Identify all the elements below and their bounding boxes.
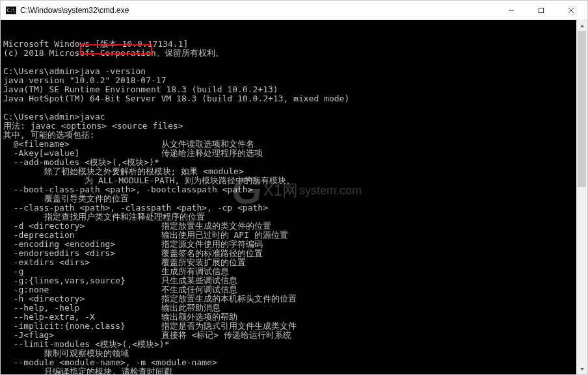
svg-marker-4 [580, 25, 584, 27]
terminal-line: @<filename> 从文件读取选项和文件名 [3, 140, 574, 149]
terminal-output[interactable]: Microsoft Windows [版本 10.0.17134.1](c) 2… [1, 20, 576, 374]
terminal-line: -g:{lines,vars,source} 只生成某些调试信息 [3, 276, 574, 285]
terminal-line: -implicit:{none,class} 指定是否为隐式引用文件生成类文件 [3, 322, 574, 331]
scroll-down-button[interactable] [576, 363, 587, 374]
svg-rect-1 [539, 8, 544, 12]
terminal-line: 只编译指定的模块, 请检查时间戳 [3, 367, 574, 374]
terminal-line: -g:none 不生成任何调试信息 [3, 285, 574, 294]
terminal-line: C:\Users\admin>java -version [3, 67, 574, 76]
terminal-line: 除了初始模块之外要解析的根模块; 如果 <module> [3, 167, 574, 176]
scrollbar-thumb[interactable] [578, 31, 586, 187]
terminal-line [3, 103, 574, 112]
terminal-line: C:\Users\admin>javac [3, 112, 574, 122]
terminal-line: -Akey[=value] 传递给注释处理程序的选项 [3, 149, 574, 158]
terminal-line: --help, -help 输出此帮助消息 [3, 304, 574, 313]
vertical-scrollbar[interactable] [576, 20, 587, 374]
terminal-line: --module <module-name>, -m <module-name> [3, 358, 574, 367]
terminal-line: --class-path <path>, -classpath <path>, … [3, 203, 574, 213]
terminal-line: 用法: javac <options> <source files> [3, 122, 574, 131]
minimize-button[interactable] [496, 1, 526, 19]
chevron-down-icon [580, 367, 585, 372]
terminal-line: Java(TM) SE Runtime Environment 18.3 (bu… [3, 85, 574, 94]
scrollbar-track[interactable] [576, 31, 587, 363]
terminal-line: --limit-modules <模块>(,<模块>)* [3, 340, 574, 349]
cmd-icon: C:\ [6, 6, 16, 14]
terminal-line: Microsoft Windows [版本 10.0.17134.1] [3, 40, 574, 49]
terminal-line: java version "10.0.2" 2018-07-17 [3, 76, 574, 85]
terminal-line: 指定查找用户类文件和注释处理程序的位置 [3, 213, 574, 222]
window-title: C:\Windows\system32\cmd.exe [20, 6, 496, 15]
titlebar[interactable]: C:\ C:\Windows\system32\cmd.exe [1, 1, 587, 20]
maximize-button[interactable] [526, 1, 556, 19]
terminal-line: --help-extra, -X 输出额外选项的帮助 [3, 313, 574, 322]
terminal-line: -endorseddirs <dirs> 覆盖签名的标准路径的位置 [3, 249, 574, 258]
close-icon [568, 7, 574, 14]
window-controls [496, 1, 586, 19]
terminal-line: 其中, 可能的选项包括: [3, 131, 574, 140]
terminal-line: Java HotSpot(TM) 64-Bit Server VM 18.3 (… [3, 94, 574, 103]
minimize-icon [508, 7, 514, 14]
scroll-up-button[interactable] [576, 20, 587, 31]
terminal-line: -g 生成所有调试信息 [3, 267, 574, 276]
terminal-line: -d <directory> 指定放置生成的类文件的位置 [3, 222, 574, 231]
terminal-line: -extdirs <dirs> 覆盖所安装扩展的位置 [3, 258, 574, 267]
cmd-window: C:\ C:\Windows\system32\cmd.exe Microsof… [0, 0, 588, 375]
terminal-line: -encoding <encoding> 指定源文件使用的字符编码 [3, 240, 574, 249]
maximize-icon [538, 7, 544, 14]
terminal-line: 覆盖引导类文件的位置 [3, 194, 574, 203]
terminal-line: -J<flag> 直接将 <标记> 传递给运行时系统 [3, 331, 574, 340]
chevron-up-icon [580, 23, 585, 29]
terminal-line: 为 ALL-MODULE-PATH, 则为模块路径中的所有模块。 [3, 176, 574, 185]
terminal-line [3, 58, 574, 67]
terminal-line: 限制可观察模块的领域 [3, 349, 574, 358]
terminal-area: Microsoft Windows [版本 10.0.17134.1](c) 2… [1, 20, 587, 374]
terminal-line: -h <directory> 指定放置生成的本机标头文件的位置 [3, 294, 574, 304]
svg-marker-5 [580, 368, 584, 370]
terminal-line: -deprecation 输出使用已过时的 API 的源位置 [3, 231, 574, 240]
close-button[interactable] [556, 1, 586, 19]
terminal-line: --boot-class-path <path>, -bootclasspath… [3, 185, 574, 194]
terminal-line: --add-modules <模块>(,<模块>)* [3, 158, 574, 167]
terminal-line: (c) 2018 Microsoft Corporation。保留所有权利。 [3, 49, 574, 58]
